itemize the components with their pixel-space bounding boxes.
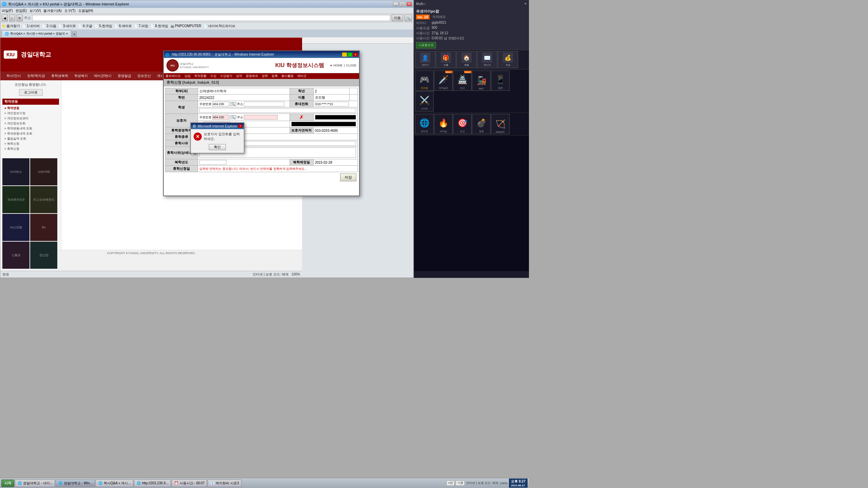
task-item-5[interactable]: 📧 박지현씨 시즌3 (208, 480, 241, 487)
menu-file[interactable]: 파일(F) (2, 8, 13, 13)
game-item-extra2[interactable]: 🎯 단교 (453, 114, 472, 134)
inner-close-button[interactable]: ✕ (353, 53, 358, 57)
sidebar-menu-0[interactable]: ● 학적변동 (2, 106, 59, 111)
inner-nav-consult[interactable]: 상담 (183, 73, 193, 79)
task-item-4[interactable]: ⏰ 사용시간 - 00:07 (172, 480, 207, 487)
search-button[interactable]: 🔍 (405, 15, 412, 21)
inner-nav-home[interactable]: 홈트레이오 (164, 73, 183, 79)
task-item-3[interactable]: 🌐 http://203.230.9... (134, 480, 171, 487)
sidebar-menu-4[interactable]: » 학적변동내역 조회 (2, 126, 59, 131)
char-box-0[interactable]: 👤 건치기 (415, 51, 435, 68)
nav-item-welfare[interactable]: 학생복지 (72, 73, 91, 79)
tab-close-icon[interactable]: ✕ (66, 32, 68, 35)
bg-logout-btn[interactable]: 로그아웃 (19, 89, 43, 96)
game-item-5[interactable]: ⚔️ 나이트 (415, 91, 434, 111)
inner-nav-reg[interactable]: 등록 (270, 73, 280, 79)
bg-ad-7[interactable]: 신통운 (2, 242, 29, 269)
nav-item-info[interactable]: 정보전산 (135, 73, 154, 79)
game-item-extra3[interactable]: 💣 영문 (472, 114, 491, 134)
fav-item-7[interactable]: 📄 7.피망 (134, 24, 148, 28)
nav-item-loan[interactable]: 장학/학자금 (24, 73, 48, 79)
alert-close-button[interactable]: ✕ (238, 124, 242, 128)
inner-nav-scholarship[interactable]: 장학 (260, 73, 270, 79)
nav-item-study[interactable]: 학사/안시 (4, 73, 24, 79)
sidebar-menu-3[interactable]: » 개인정보조회 (2, 121, 59, 126)
char-box-4[interactable]: 💰 적금 (498, 51, 518, 68)
guardian-address-full-input[interactable] (315, 115, 356, 120)
save-button[interactable]: 저장 (340, 174, 356, 181)
fav-item-6[interactable]: 📄 6.넥마트 (114, 24, 132, 28)
char-box-1[interactable]: 🎁 선물 (436, 51, 456, 68)
new-tab-button[interactable]: + (72, 32, 77, 37)
inner-nav-grade[interactable]: 성적 (234, 73, 244, 79)
sidebar-menu-6[interactable]: » 졸업실적 조회 (2, 136, 59, 141)
back-button[interactable]: ◀ (2, 15, 8, 21)
fav-item-5[interactable]: 📄 5.한게임 (94, 24, 112, 28)
start-button[interactable]: 시작 (1, 480, 14, 487)
forward-button[interactable]: ▶ (9, 15, 15, 21)
bg-ad-2[interactable]: 서번어택 (30, 158, 57, 185)
student-address-input[interactable] (244, 102, 284, 106)
student-postal-search-btn[interactable]: 🔍 (230, 102, 236, 106)
minimize-button[interactable]: _ (393, 2, 398, 6)
task-item-2[interactable]: 🌐 학사Q&A » 게시... (96, 480, 133, 487)
guardian-address-input[interactable] (244, 115, 278, 120)
close-window-button[interactable]: ✕ (407, 2, 412, 6)
inner-maximize-button[interactable]: □ (348, 53, 352, 57)
game-item-3[interactable]: 🚂 WoT (472, 70, 491, 91)
fav-item-8[interactable]: 📄 8.한게임 (150, 24, 168, 28)
maximize-button[interactable]: □ (400, 2, 405, 6)
fav-item-4[interactable]: 📄 4.구글 (78, 24, 92, 28)
nav-item-reserve[interactable]: 예비군/변시 (91, 73, 115, 79)
student-address2-input[interactable] (199, 108, 356, 113)
sidebar-menu-2[interactable]: » 개인정보보관리 (2, 116, 59, 121)
inner-nav-service[interactable]: 봉사활동 (280, 73, 296, 79)
game-item-0[interactable]: 🎮 언리얼 (415, 70, 434, 91)
go-button[interactable]: 이동 (392, 15, 403, 21)
browser-tab-main[interactable]: 🌐 학사Q&A » 게시판 » KIU portal » 경일대학교 ✕ (2, 30, 71, 37)
home-link[interactable]: HOME (333, 64, 342, 67)
game-item-extra4[interactable]: 🏹 KNIGHT (491, 114, 510, 134)
bg-ad-4[interactable]: 리그오브레전드 (30, 186, 57, 213)
guardian-postal-input[interactable] (212, 115, 229, 120)
fav-item-0[interactable]: ⭐ 즐겨찾기 (2, 24, 20, 28)
leave-year-input[interactable] (199, 160, 226, 165)
inner-nav-reserve[interactable]: 예비군 (296, 73, 308, 79)
inner-nav-course[interactable]: 수강 (209, 73, 218, 79)
menu-tools[interactable]: 도구(T) (64, 8, 76, 13)
inner-nav-eval[interactable]: 수강평가 (218, 73, 234, 79)
alert-ok-button[interactable]: 확인 (209, 144, 226, 150)
student-postal-input[interactable] (212, 102, 229, 106)
game-item-extra1[interactable]: 🔥 아마살 (434, 114, 453, 134)
fav-item-1[interactable]: 📄 1.네이버 (22, 24, 40, 28)
inner-nav-cert[interactable]: 증명예속 (244, 73, 260, 79)
sidebar-menu-1[interactable]: » 개인정보수정 (2, 111, 59, 116)
game-item-ie[interactable]: 🌐 인터넷 (415, 114, 434, 134)
taskbar-lang-a[interactable]: A한 (447, 481, 454, 486)
fav-item-2[interactable]: 📄 2.다음 (42, 24, 56, 28)
refresh-button[interactable]: ↻ (17, 15, 23, 21)
menu-edit[interactable]: 편집(E) (16, 8, 27, 13)
sidebar-menu-8[interactable]: » 휴학신청 (2, 146, 59, 151)
sidebar-menu-7[interactable]: » 복학신청 (2, 141, 59, 146)
close-link[interactable]: CLOSE (346, 64, 356, 67)
menu-favorites[interactable]: 즐겨찾기(A) (43, 8, 61, 13)
taskbar-lang-b[interactable]: 가漢 (456, 481, 465, 486)
nav-item-cert[interactable]: 증명발급 (115, 73, 134, 79)
menu-help[interactable]: 도움말(H) (78, 8, 93, 13)
guardian-postal-search-btn[interactable]: 🔍 (230, 115, 236, 119)
task-item-1[interactable]: 🌐 경일대학교 - Win... (56, 480, 95, 487)
fav-item-3[interactable]: 📄 3.네이트 (58, 24, 76, 28)
student-phone-input[interactable] (315, 102, 349, 106)
panel-close-icon[interactable]: ✕ (524, 2, 527, 5)
usage-button[interactable]: 사용통로로 (416, 42, 436, 48)
bg-ad-8[interactable]: 천신천 (30, 242, 57, 269)
inner-minimize-button[interactable]: _ (342, 53, 347, 57)
fav-item-pnp[interactable]: 🖨️ PNPCOMPUTER (170, 24, 201, 28)
game-item-1[interactable]: New☆ 🗡️ 아마살인 (434, 70, 453, 91)
char-box-2[interactable]: 🏠 호텔 (456, 51, 477, 68)
guardian-addr2-input[interactable] (291, 122, 356, 126)
menu-view[interactable]: 보기(V) (29, 8, 41, 13)
inner-nav-status[interactable]: 학적현황 (193, 73, 209, 79)
bg-ad-1[interactable]: 아카레스 (2, 158, 29, 185)
